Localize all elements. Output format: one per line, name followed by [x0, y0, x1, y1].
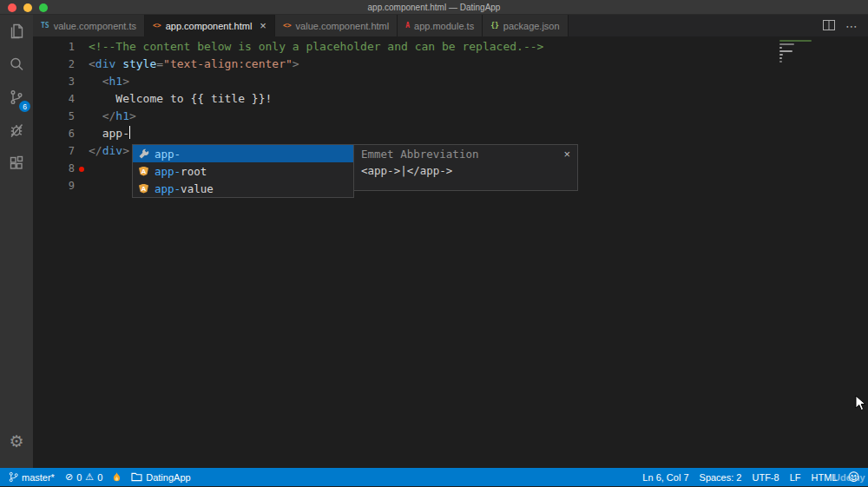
- line-number: 3: [33, 73, 75, 90]
- line-number: 1: [33, 38, 75, 56]
- error-marker: [79, 167, 84, 172]
- title-bar: app.component.html — DatingApp: [0, 0, 868, 15]
- zoom-window-button[interactable]: [39, 3, 48, 12]
- html-file-icon: <>: [283, 22, 292, 30]
- editor-actions: ⋯: [812, 15, 868, 36]
- tab-label: package.json: [503, 21, 560, 31]
- tabs: TSvalue.component.ts<>app.component.html…: [33, 15, 569, 36]
- problems-indicator[interactable]: ⊘ 0 ⚠ 0: [65, 471, 102, 483]
- suggestion-label: app-root: [155, 165, 207, 178]
- tab-package-json[interactable]: {}package.json: [483, 15, 568, 36]
- code-text: <h1>: [75, 73, 129, 90]
- code-line-3: 3 <h1>: [33, 73, 868, 90]
- tab-app-component-html[interactable]: <>app.component.html×: [145, 15, 275, 36]
- code-text: </div>: [75, 142, 129, 160]
- code-text: Welcome to {{ title }}!: [75, 90, 272, 108]
- code-line-2: 2<div style="text-align:center">: [33, 56, 868, 73]
- code-line-6: 6 app-: [33, 125, 868, 142]
- line-number: 8: [33, 160, 75, 177]
- suggestion-app-[interactable]: app-: [133, 145, 353, 162]
- code-line-5: 5 </h1>: [33, 108, 868, 125]
- suggest-list: app-Aapp-rootAapp-value: [132, 144, 354, 198]
- tab-label: app.module.ts: [414, 21, 474, 31]
- project-indicator[interactable]: DatingApp: [131, 472, 190, 483]
- tab-label: value.component.html: [296, 21, 390, 31]
- html-file-icon: <>: [153, 22, 161, 30]
- warning-count: 0: [97, 472, 102, 483]
- branch-name: master*: [22, 472, 55, 483]
- encoding-indicator[interactable]: UTF-8: [752, 472, 779, 483]
- tab-value-component-ts[interactable]: TSvalue.component.ts: [33, 15, 145, 36]
- ng-file-icon: A: [405, 22, 410, 30]
- error-count: 0: [76, 472, 82, 483]
- code-text: </h1>: [75, 108, 136, 125]
- code-text: <div style="text-align:center">: [75, 56, 299, 73]
- suggestion-app-value[interactable]: Aapp-value: [133, 180, 353, 197]
- error-icon: ⊘: [65, 471, 73, 483]
- more-actions-icon[interactable]: ⋯: [845, 19, 858, 33]
- tab-app-module-ts[interactable]: Aapp.module.ts: [398, 15, 483, 36]
- activity-bar: 6 ⚙: [0, 15, 33, 468]
- code-text: [75, 177, 89, 194]
- flame-icon[interactable]: [113, 472, 121, 483]
- angular-icon: A: [136, 184, 151, 194]
- line-number: 5: [33, 108, 75, 125]
- watermark: Udemy: [833, 472, 865, 483]
- close-window-button[interactable]: [8, 3, 16, 12]
- minimap[interactable]: [779, 40, 832, 64]
- suggestion-app-root[interactable]: Aapp-root: [133, 162, 353, 180]
- status-bar: master* ⊘ 0 ⚠ 0 DatingApp Ln 6, Col 7 Sp…: [0, 468, 868, 486]
- minimize-window-button[interactable]: [23, 3, 32, 12]
- git-branch-indicator[interactable]: master*: [9, 471, 55, 483]
- code-text: <!--The content below is only a placehol…: [75, 38, 543, 56]
- line-number: 9: [33, 177, 75, 194]
- warning-icon: ⚠: [85, 471, 94, 483]
- suggestion-label: app-: [155, 148, 181, 161]
- close-tab-icon[interactable]: ×: [260, 19, 266, 32]
- folder-icon: [131, 472, 142, 482]
- mouse-cursor: [855, 395, 868, 412]
- settings-gear-icon[interactable]: ⚙: [0, 424, 33, 457]
- split-editor-icon[interactable]: [823, 18, 835, 34]
- tab-bar: TSvalue.component.ts<>app.component.html…: [33, 15, 868, 36]
- suggest-widget: app-Aapp-rootAapp-value Emmet Abbreviati…: [132, 144, 578, 198]
- code-line-4: 4 Welcome to {{ title }}!: [33, 90, 868, 108]
- window-title: app.component.html — DatingApp: [0, 3, 868, 12]
- line-number: 7: [33, 142, 75, 160]
- line-number: 6: [33, 125, 75, 142]
- search-icon[interactable]: [0, 48, 33, 81]
- indentation-indicator[interactable]: Spaces: 2: [700, 472, 742, 483]
- explorer-icon[interactable]: [0, 15, 33, 48]
- code-text: app-: [75, 125, 130, 142]
- scm-badge: 6: [19, 101, 30, 112]
- eol-indicator[interactable]: LF: [790, 472, 801, 483]
- suggest-doc-body: <app->|</app->: [354, 161, 577, 182]
- code-editor[interactable]: 1<!--The content below is only a placeho…: [33, 36, 868, 468]
- traffic-lights: [8, 3, 48, 12]
- suggest-doc-title: Emmet Abbreviation: [361, 148, 478, 161]
- extensions-icon[interactable]: [0, 147, 33, 180]
- suggest-docs-panel: Emmet Abbreviation × <app->|</app->: [354, 144, 578, 191]
- suggestion-label: app-value: [155, 182, 214, 195]
- line-number: 2: [33, 56, 75, 73]
- json-file-icon: {}: [490, 22, 499, 30]
- ts-file-icon: TS: [41, 22, 49, 30]
- wrench-icon: [136, 148, 151, 160]
- code-line-1: 1<!--The content below is only a placeho…: [33, 38, 868, 56]
- git-branch-icon: [9, 471, 18, 483]
- project-name: DatingApp: [146, 472, 190, 483]
- text-cursor: [129, 126, 131, 139]
- tab-label: app.component.html: [166, 21, 253, 31]
- tab-label: value.component.ts: [54, 21, 136, 31]
- close-icon[interactable]: ×: [563, 148, 570, 161]
- line-number: 4: [33, 90, 75, 108]
- angular-icon: A: [136, 167, 151, 176]
- cursor-position-indicator[interactable]: Ln 6, Col 7: [642, 472, 688, 483]
- debug-icon[interactable]: [0, 114, 33, 147]
- source-control-icon[interactable]: 6: [0, 81, 33, 114]
- tab-value-component-html[interactable]: <>value.component.html: [275, 15, 398, 36]
